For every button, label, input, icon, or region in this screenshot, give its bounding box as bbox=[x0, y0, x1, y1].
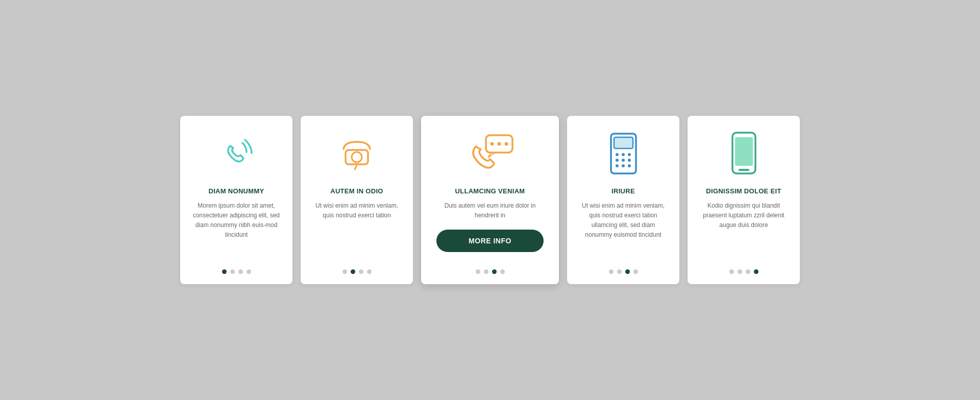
svg-rect-18 bbox=[735, 137, 753, 166]
card-5: DIGNISSIM DOLOE EIT Kodio dignissim qui … bbox=[688, 116, 800, 284]
phone-ringing-icon bbox=[213, 131, 259, 177]
card-3-dots bbox=[476, 269, 505, 274]
dot bbox=[729, 269, 734, 274]
dot-active bbox=[351, 269, 355, 274]
card-4-dots bbox=[609, 269, 638, 274]
card-4-title: IRIURE bbox=[611, 187, 635, 195]
dot bbox=[609, 269, 614, 274]
dot bbox=[738, 269, 742, 274]
card-3-title: ULLAMCING VENIAM bbox=[455, 187, 525, 195]
dot bbox=[500, 269, 505, 274]
card-1-dots bbox=[222, 269, 251, 274]
svg-point-13 bbox=[628, 159, 631, 162]
dot bbox=[746, 269, 750, 274]
svg-point-5 bbox=[505, 142, 508, 145]
more-info-button[interactable]: MORE INFO bbox=[436, 230, 544, 252]
dot-active bbox=[754, 269, 758, 274]
feature-phone-icon bbox=[600, 131, 646, 177]
svg-point-11 bbox=[616, 159, 619, 162]
svg-point-9 bbox=[622, 153, 625, 156]
svg-point-14 bbox=[616, 164, 619, 167]
svg-rect-7 bbox=[614, 137, 633, 148]
svg-point-8 bbox=[616, 153, 619, 156]
smartphone-icon bbox=[721, 131, 767, 177]
card-1: DIAM NONUMMY Morem ipsum dolor sit amet,… bbox=[180, 116, 292, 284]
retro-phone-icon bbox=[334, 131, 380, 177]
svg-point-16 bbox=[628, 164, 631, 167]
dot-active bbox=[625, 269, 630, 274]
dot bbox=[247, 269, 251, 274]
svg-rect-19 bbox=[739, 169, 749, 171]
svg-point-1 bbox=[352, 152, 362, 162]
card-3-text: Duis autem vel eum iriure dolor in hendr… bbox=[436, 201, 544, 220]
card-5-dots bbox=[729, 269, 758, 274]
svg-point-12 bbox=[622, 159, 625, 162]
dot bbox=[633, 269, 638, 274]
svg-point-10 bbox=[628, 153, 631, 156]
card-1-title: DIAM NONUMMY bbox=[208, 187, 264, 195]
dot bbox=[342, 269, 347, 274]
phone-chat-icon bbox=[467, 131, 513, 177]
card-2-title: AUTEM IN ODIO bbox=[330, 187, 383, 195]
dot bbox=[359, 269, 363, 274]
card-5-title: DIGNISSIM DOLOE EIT bbox=[706, 187, 781, 195]
card-3: ULLAMCING VENIAM Duis autem vel eum iriu… bbox=[421, 116, 559, 284]
dot bbox=[238, 269, 243, 274]
card-2: AUTEM IN ODIO Ut wisi enim ad minim veni… bbox=[301, 116, 413, 284]
card-2-text: Ut wisi enim ad minim veniam, quis nostr… bbox=[311, 201, 403, 261]
dot bbox=[367, 269, 372, 274]
cards-container: DIAM NONUMMY Morem ipsum dolor sit amet,… bbox=[180, 116, 800, 284]
dot-active bbox=[222, 269, 227, 274]
dot bbox=[230, 269, 235, 274]
dot bbox=[617, 269, 622, 274]
svg-point-4 bbox=[498, 142, 501, 145]
dot bbox=[476, 269, 480, 274]
svg-point-15 bbox=[622, 164, 625, 167]
card-2-dots bbox=[342, 269, 372, 274]
dot-active bbox=[492, 269, 497, 274]
card-4: IRIURE Ut wisi enim ad minim veniam, qui… bbox=[567, 116, 679, 284]
card-1-text: Morem ipsum dolor sit amet, consectetuer… bbox=[190, 201, 282, 261]
dot bbox=[484, 269, 488, 274]
svg-point-3 bbox=[491, 142, 494, 145]
card-4-text: Ut wisi enim ad minim veniam, quis nostr… bbox=[577, 201, 669, 261]
card-5-text: Kodio dignissim qui blandit praesent lup… bbox=[698, 201, 790, 261]
